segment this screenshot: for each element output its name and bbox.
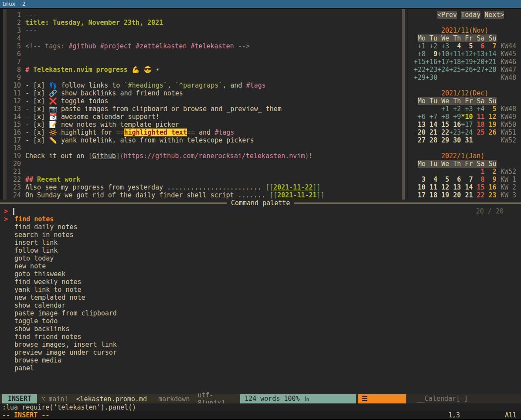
palette-item[interactable]: preview image under cursor — [14, 349, 494, 356]
editor-line[interactable]: 3--- — [0, 27, 401, 34]
palette-item[interactable]: search in notes — [14, 231, 494, 239]
palette-item[interactable]: find weekly notes — [14, 278, 494, 286]
palette-item[interactable]: paste image from clipboard — [14, 309, 494, 317]
palette-item[interactable]: new note — [14, 262, 494, 270]
palette-item[interactable]: show backlinks — [14, 325, 494, 333]
palette-item[interactable]: find friend notes — [14, 333, 494, 341]
editor-line[interactable]: 10- [x] 👣 follow links to `#headings`, `… — [0, 81, 401, 89]
editor-line[interactable]: 9 — [0, 74, 401, 81]
calendar-week-row[interactable]: +15+16+17+18+19+20+21KW46 — [414, 58, 521, 66]
command-palette-title: Command palette — [231, 199, 290, 207]
palette-item[interactable]: follow link — [14, 247, 494, 254]
palette-item[interactable]: new templated note — [14, 294, 494, 301]
text-segment: <!-- tags: — [25, 42, 68, 50]
calendar-week-row[interactable]: +1 +2 +3 4 5 6 7KW44 — [414, 42, 521, 50]
text-segment: - [x] — [25, 113, 49, 121]
line-number: 12 — [0, 97, 21, 105]
editor-line[interactable]: 11- [x] 🔗 show backlinks and friend note… — [0, 89, 401, 97]
editor-line[interactable]: 15- [x] 📝 new notes with template picker — [0, 121, 401, 129]
calendar-week-row[interactable]: 20 21 22+23+24 25 26KW51 — [414, 129, 521, 136]
text-segment: 1 — [473, 168, 484, 176]
editor-line[interactable]: 5<!-- tags: #github #project #zettelkast… — [0, 42, 401, 50]
calendar-week-row[interactable]: +29+30KW48 — [414, 74, 521, 81]
palette-item-selected[interactable]: > find notes — [0, 215, 521, 223]
palette-item[interactable]: panel — [14, 364, 494, 372]
palette-item[interactable]: browse images, insert link — [14, 341, 494, 349]
emoji-icon: 🔗 — [49, 89, 57, 97]
palette-item[interactable]: find daily notes — [14, 223, 494, 231]
editor-line[interactable]: 13- [x] 📷 paste images from clipboard or… — [0, 105, 401, 113]
editor-line[interactable]: 22## Recent work — [0, 176, 401, 183]
text-segment: 22 — [473, 191, 484, 199]
calendar-week-row[interactable]: +8 9+10+11+12+13+14KW45 — [414, 50, 521, 58]
palette-item[interactable]: insert link — [14, 239, 494, 247]
calendar-week-row[interactable]: 10 11 12 13 14 15 16KW 2 — [414, 183, 521, 191]
calendar-week-row[interactable]: 27 28 29 30 31KW52 — [414, 136, 521, 144]
text-segment: 12 — [489, 113, 497, 121]
editor-line[interactable]: 7 — [0, 58, 401, 66]
filetype-label: markdown — [158, 395, 190, 403]
palette-item[interactable]: yank link to note — [14, 286, 494, 294]
line-text: On Sunday we got rid of the daily finder… — [25, 191, 324, 199]
editor-line[interactable]: 18 — [0, 144, 401, 152]
text-segment: 9 — [485, 176, 497, 183]
prev-button[interactable]: <Prev — [437, 11, 457, 19]
calendar-week-row[interactable]: +6 +7 +8 +9*10 11 12KW49 — [414, 113, 521, 121]
next-button[interactable]: Next> — [484, 11, 504, 19]
palette-item[interactable]: show calendar — [14, 301, 494, 309]
calendar-week-row[interactable]: 1 2KW52 — [414, 168, 521, 176]
text-segment: - [x] — [25, 121, 49, 129]
editor-line[interactable]: 2title: Tuesday, November 23th, 2021 — [0, 19, 401, 27]
calendar-week-number: KW52 — [501, 136, 516, 144]
editor-line[interactable]: 8# Telekasten.nvim progress 💪 😎 ⚡ — [0, 66, 401, 74]
text-segment — [485, 121, 489, 129]
editor-scrollbar[interactable] — [402, 9, 405, 200]
editor-line[interactable]: 20 — [0, 160, 401, 168]
text-segment: 23 — [485, 191, 497, 199]
editor-line[interactable]: 16- [x] 🔆 highlight for ==highlighted te… — [0, 129, 401, 136]
text-segment: 25 — [477, 129, 485, 136]
palette-item[interactable]: goto today — [14, 254, 494, 262]
editor-line[interactable]: 4 — [0, 34, 401, 42]
calendar-weekday-header: Mo Tu We Th Fr Sa Su — [418, 97, 521, 105]
editor-line[interactable]: 12- [x] ❌ toggle todos — [0, 97, 401, 105]
calendar-week-row[interactable]: 3 4 5 6 7 8 9KW 1 — [414, 176, 521, 183]
calendar-week-row[interactable]: 17 18 19 20 21 22 23KW 3 — [414, 191, 521, 199]
today-button[interactable]: Today — [461, 11, 480, 19]
calendar-week-row[interactable]: 13 14 15 16+17 18 19KW50 — [414, 121, 521, 129]
editor-line[interactable]: 1--- — [0, 11, 401, 19]
editor-line[interactable]: 23Also see my progress from yesterday ..… — [0, 183, 401, 191]
calendar-week-number: KW48 — [501, 74, 516, 81]
editor-line[interactable]: 21 — [0, 168, 401, 176]
text-segment — [132, 42, 136, 50]
text-segment: 15 — [473, 183, 484, 191]
text-segment: *10 — [461, 113, 473, 121]
editor-line[interactable]: 19Check it out on [Github](https://githu… — [0, 152, 401, 160]
line-number: 14 — [0, 113, 21, 121]
palette-item[interactable]: browse media — [14, 356, 494, 364]
line-number: 10 — [0, 81, 21, 89]
line-text: title: Tuesday, November 23th, 2021 — [25, 19, 163, 27]
text-segment: # — [25, 66, 33, 74]
text-segment: toggle todos — [57, 97, 108, 105]
line-number: 24 — [0, 191, 21, 199]
palette-item[interactable]: toggle todo — [14, 317, 494, 325]
weekday-labels: Mo Tu We Th Fr Sa Su — [418, 34, 497, 42]
text-segment: +29+30 — [414, 74, 437, 81]
command-line[interactable]: :lua require('telekasten').panel() — [0, 403, 521, 411]
editor-line[interactable]: 17- [x] ✏️ yank notelink, also from with… — [0, 136, 401, 144]
text-segment: `^paragraps` — [175, 81, 222, 89]
editor-line[interactable]: 14- [x] 📆 awesome calendar support! — [0, 113, 401, 121]
line-number: 5 — [0, 42, 21, 50]
calendar-week-row[interactable]: +1 +2 +3 +4 5KW48 — [414, 105, 521, 113]
calendar-week-row[interactable]: +22+23+24+25+26+27+28KW47 — [414, 66, 521, 74]
line-text: # Telekasten.nvim progress 💪 😎 ⚡ — [25, 66, 160, 74]
editor-line[interactable]: 24On Sunday we got rid of the daily find… — [0, 191, 401, 199]
editor-line[interactable]: 6 — [0, 50, 401, 58]
text-segment: 6 — [473, 42, 484, 50]
text-segment: new notes with template picker — [57, 121, 179, 129]
palette-item[interactable]: goto thisweek — [14, 270, 494, 278]
palette-prompt-row[interactable]: > 20 / 20 — [0, 207, 521, 215]
text-segment: ]] — [313, 183, 320, 191]
text-segment: - [x] — [25, 129, 49, 136]
